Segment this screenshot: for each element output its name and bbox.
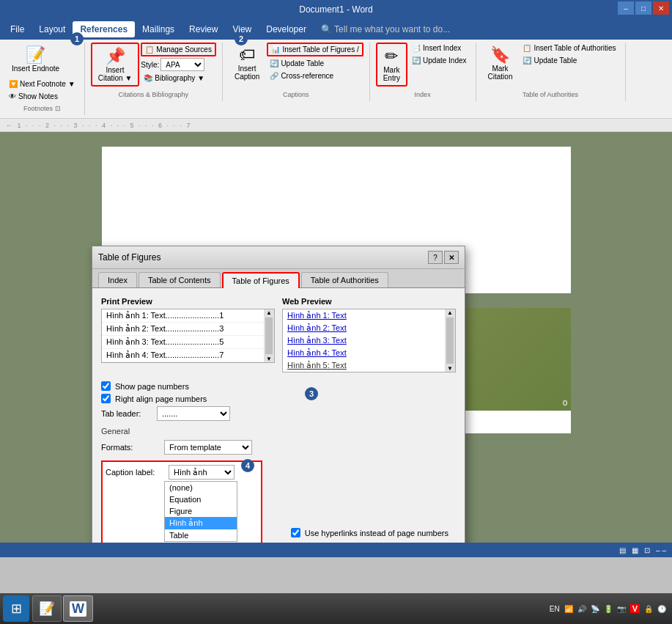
formats-select[interactable]: From template Classic Distinctive Center… [164, 440, 252, 455]
maximize-button[interactable]: □ [635, 1, 651, 15]
manage-sources-button[interactable]: 📋 Manage Sources [141, 43, 216, 56]
tab-index[interactable]: Index [98, 272, 137, 287]
tab-leader-select[interactable]: ....... ------- _______ (none) [157, 406, 230, 421]
ribbon-group-footnotes: 📝 Insert Endnote 🔽 Next Footnote ▼ 👁 Sho… [6, 43, 85, 115]
tab-table-of-contents[interactable]: Table of Contents [139, 272, 221, 287]
web-preview-section: Web Preview Hình ảnh 1: Text Hình ảnh 2:… [282, 297, 456, 372]
start-button[interactable]: ⊞ [3, 595, 29, 622]
tab-table-of-figures[interactable]: Table of Figures [222, 272, 300, 288]
document-area: o Hình ảnh -1 Hoa vàng trong nắng xuân T… [0, 132, 672, 543]
status-bar: ▤ ▦ ⊡ – – [0, 543, 672, 557]
menu-search[interactable]: 🔍 Tell me what you want to do... [314, 21, 457, 37]
dialog-close-button[interactable]: ✕ [444, 251, 459, 264]
menu-layout[interactable]: Layout [32, 21, 73, 37]
footnotes-small-row: 🔽 Next Footnote ▼ [6, 78, 78, 89]
close-button[interactable]: ✕ [653, 1, 669, 15]
show-page-numbers-checkbox[interactable] [101, 381, 111, 391]
next-footnote-icon: 🔽 [9, 80, 18, 88]
dropdown-item-equation[interactable]: Equation [165, 493, 237, 505]
right-align-checkbox[interactable] [101, 394, 111, 403]
dialog-content: Print Preview Hình ảnh 1: Text..........… [92, 288, 465, 543]
tab-leader-label: Tab leader: [101, 409, 152, 418]
citations-side-buttons: 📋 Manage Sources Style: APA 📚 Bibliograp… [141, 43, 216, 84]
dropdown-item-table[interactable]: Table [165, 529, 237, 541]
insert-index-icon: 📑 [412, 44, 421, 52]
taskbar-word[interactable]: W [63, 595, 93, 622]
print-item-2: Hình ảnh 2: Text........................… [102, 323, 264, 336]
dropdown-item-figure[interactable]: Figure [165, 505, 237, 517]
table-figures-icon: 📊 [271, 45, 280, 54]
badge-1: 1 [70, 32, 84, 45]
insert-citation-icon: 📌 [106, 47, 125, 66]
print-preview-label: Print Preview [101, 297, 275, 306]
lang-indicator: EN [550, 605, 560, 613]
update-index-icon: 🔄 [412, 56, 421, 65]
web-item-5[interactable]: Hình ảnh 5: Text [283, 359, 445, 372]
print-preview-scrollbar[interactable]: ▲ ▼ [264, 309, 274, 362]
web-item-3[interactable]: Hình ảnh 3: Text [283, 334, 445, 347]
caption-label-dropdown-area: 4 Caption label: Hình ảnh (none) Equatio… [101, 460, 262, 543]
footnotes-expand-icon[interactable]: ⊡ [55, 105, 61, 112]
captions-main-row: 🏷 Insert Caption 📊 Insert Table of Figur… [229, 43, 363, 84]
footnotes-group-label: Footnotes ⊡ [6, 102, 78, 112]
battery-icon: 🔋 [604, 605, 613, 613]
insert-table-of-figures-button[interactable]: 📊 Insert Table of Figures / [267, 43, 363, 56]
web-preview-label: Web Preview [282, 297, 456, 306]
index-main-row: ✏ Mark Entry 📑 Insert Index 🔄 Update Ind… [376, 43, 470, 87]
menu-review[interactable]: Review [182, 21, 225, 37]
web-item-4[interactable]: Hình ảnh 4: Text [283, 347, 445, 359]
update-table-button[interactable]: 🔄 Update Table [267, 58, 363, 69]
web-scroll-down[interactable]: ▼ [447, 365, 453, 372]
minimize-button[interactable]: – [618, 1, 634, 15]
web-preview-content: Hình ảnh 1: Text Hình ảnh 2: Text Hình ả… [283, 309, 445, 372]
badge-2: 2 [235, 32, 248, 45]
web-item-1[interactable]: Hình ảnh 1: Text [283, 309, 445, 322]
dialog-title: Table of Figures [98, 252, 160, 263]
index-side-buttons: 📑 Insert Index 🔄 Update Index [409, 43, 470, 66]
insert-index-button[interactable]: 📑 Insert Index [409, 43, 470, 54]
bibliography-button[interactable]: 📚 Bibliography ▼ [141, 73, 216, 84]
update-index-button[interactable]: 🔄 Update Index [409, 55, 470, 66]
menu-developer[interactable]: Developer [259, 21, 314, 37]
web-preview-box: Hình ảnh 1: Text Hình ảnh 2: Text Hình ả… [282, 309, 456, 372]
authorities-side-buttons: 📋 Insert Table of Authorities 🔄 Update T… [520, 43, 619, 66]
insert-authorities-icon: 📋 [523, 44, 531, 52]
taskbar-app-1[interactable]: 📝 [32, 595, 62, 622]
web-preview-scrollbar[interactable]: ▲ ▼ [445, 309, 455, 372]
mark-entry-icon: ✏ [385, 47, 398, 66]
insert-caption-icon: 🏷 [239, 45, 255, 65]
tab-leader-row: Tab leader: ....... ------- _______ (non… [101, 406, 456, 421]
insert-endnote-button[interactable]: 📝 Insert Endnote [6, 43, 65, 76]
next-footnote-button[interactable]: 🔽 Next Footnote ▼ [6, 78, 78, 89]
dropdown-item-none[interactable]: (none) [165, 482, 237, 493]
footnotes-buttons-row: 📝 Insert Endnote [6, 43, 65, 76]
update-authorities-icon: 🔄 [523, 56, 531, 65]
caption-label-label: Caption label: [106, 468, 164, 477]
cross-reference-button[interactable]: 🔗 Cross-reference [267, 70, 363, 81]
web-scroll-up[interactable]: ▲ [447, 309, 453, 316]
insert-caption-button[interactable]: 🏷 Insert Caption [229, 43, 265, 84]
captions-group-label: Captions [229, 88, 363, 98]
dialog-help-button[interactable]: ? [428, 251, 443, 264]
endnote-icon: 📝 [26, 45, 45, 65]
insert-citation-button[interactable]: 📌 Insert Citation ▼ [91, 43, 140, 87]
formats-row: Formats: From template Classic Distincti… [101, 440, 456, 455]
dropdown-item-hinh-anh[interactable]: Hình ảnh [165, 517, 237, 529]
mark-entry-button[interactable]: ✏ Mark Entry [376, 43, 407, 87]
tab-table-of-authorities[interactable]: Table of Authorities [301, 272, 388, 287]
update-authorities-button[interactable]: 🔄 Update Table [520, 55, 619, 66]
caption-label-select[interactable]: Hình ảnh (none) Equation Figure Table [169, 465, 235, 480]
menu-mailings[interactable]: Mailings [135, 21, 182, 37]
mark-citation-button[interactable]: 🔖 Mark Citation [482, 43, 519, 84]
insert-authorities-button[interactable]: 📋 Insert Table of Authorities [520, 43, 619, 54]
print-preview-box: Hình ảnh 1: Text........................… [101, 309, 275, 363]
use-hyperlinks-checkbox[interactable] [291, 528, 300, 537]
index-group-label: Index [376, 88, 470, 98]
scroll-down-btn[interactable]: ▼ [266, 356, 272, 362]
general-section: General Formats: From template Classic D… [101, 427, 456, 543]
web-item-2[interactable]: Hình ảnh 2: Text [283, 322, 445, 334]
style-select[interactable]: APA [160, 58, 204, 71]
menu-file[interactable]: File [3, 21, 32, 37]
show-notes-button[interactable]: 👁 Show Notes [6, 91, 61, 102]
scroll-up-btn[interactable]: ▲ [266, 309, 272, 316]
